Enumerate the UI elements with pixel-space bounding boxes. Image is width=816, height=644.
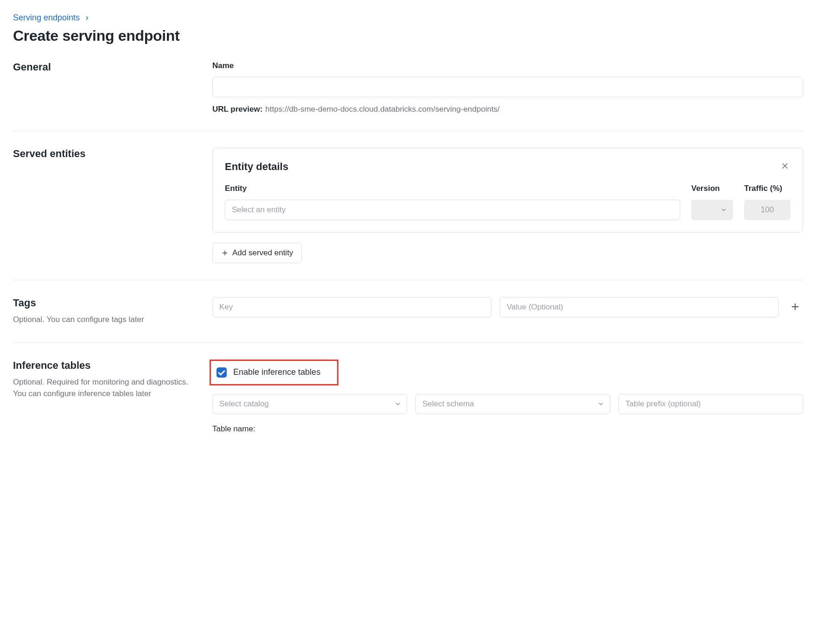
catalog-select-placeholder: Select catalog [219,399,269,409]
add-served-entity-button[interactable]: Add served entity [212,243,302,263]
url-preview-label: URL preview: [212,105,262,114]
section-heading-tags: Tags [13,297,201,309]
add-served-entity-label: Add served entity [232,248,293,258]
url-preview-value: https://db-sme-demo-docs.cloud.databrick… [265,105,500,114]
version-label: Version [691,184,733,193]
tags-subtext: Optional. You can configure tags later [13,314,201,326]
section-general: General Name URL preview:https://db-sme-… [13,61,803,131]
plus-icon [790,302,800,313]
tag-value-input[interactable] [500,297,779,317]
version-select[interactable] [691,200,733,220]
traffic-input [744,200,790,220]
name-input[interactable] [212,77,803,97]
enable-inference-highlight: Enable inference tables [210,360,338,385]
catalog-select[interactable]: Select catalog [212,394,407,414]
section-tags: Tags Optional. You can configure tags la… [13,297,803,343]
breadcrumb: Serving endpoints [13,13,803,23]
enable-inference-label[interactable]: Enable inference tables [233,367,320,377]
section-inference-tables: Inference tables Optional. Required for … [13,360,803,450]
enable-inference-checkbox[interactable] [217,367,227,378]
chevron-down-icon [598,401,604,407]
traffic-label: Traffic (%) [744,184,790,193]
table-prefix-input[interactable] [618,394,803,414]
chevron-down-icon [395,401,401,407]
section-heading-general: General [13,61,201,73]
entity-select[interactable]: Select an entity [225,200,680,220]
table-name-label: Table name: [212,424,803,434]
close-entity-button[interactable] [779,160,790,173]
section-served-entities: Served entities Entity details Entity Se… [13,148,803,280]
close-icon [780,161,790,172]
section-heading-served-entities: Served entities [13,148,201,160]
chevron-down-icon [720,207,727,213]
plus-icon [221,249,229,257]
breadcrumb-link-serving-endpoints[interactable]: Serving endpoints [13,13,80,23]
url-preview: URL preview:https://db-sme-demo-docs.clo… [212,105,803,114]
entity-card-title: Entity details [225,161,288,173]
schema-select[interactable]: Select schema [415,394,610,414]
tag-key-input[interactable] [212,297,491,317]
section-heading-inference: Inference tables [13,360,201,372]
name-label: Name [212,61,803,70]
page-title: Create serving endpoint [13,27,803,44]
entity-label: Entity [225,184,680,193]
entity-card: Entity details Entity Select an entity V… [212,148,803,233]
entity-select-placeholder: Select an entity [232,205,286,215]
chevron-right-icon [84,15,90,21]
add-tag-button[interactable] [787,299,803,316]
inference-subtext: Optional. Required for monitoring and di… [13,376,201,400]
schema-select-placeholder: Select schema [422,399,474,409]
